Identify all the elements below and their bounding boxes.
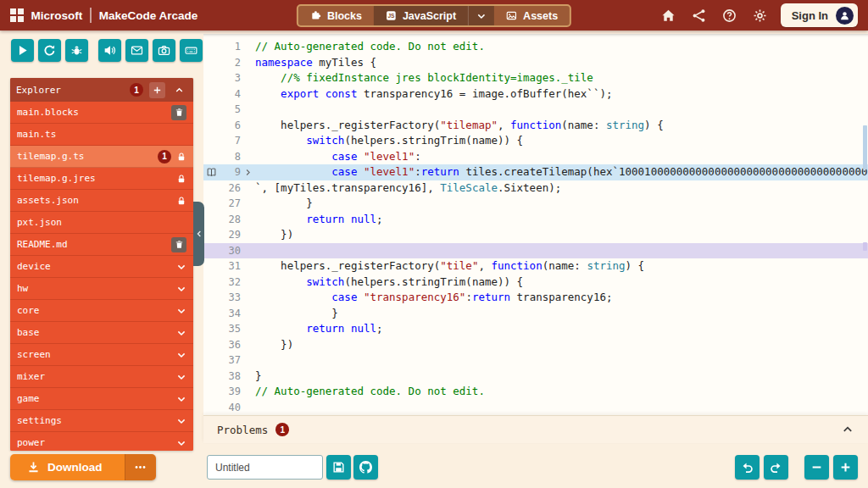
folder-item-settings[interactable]: settings (10, 410, 193, 432)
save-icon (332, 461, 345, 474)
code-line-4[interactable]: 4 export const transparency16 = image.of… (203, 86, 868, 103)
chevron-down-icon (176, 350, 186, 360)
share-button[interactable] (691, 7, 708, 24)
glyph-margin (203, 196, 219, 212)
file-item-assets.json[interactable]: assets.json (10, 190, 193, 212)
fold-margin (241, 337, 255, 353)
code-line-38[interactable]: 38} (203, 369, 868, 385)
code-line-27[interactable]: 27 } (203, 196, 868, 212)
blocks-tab[interactable]: Blocks (298, 6, 374, 25)
sign-in-button[interactable]: Sign In (781, 3, 858, 27)
language-dropdown[interactable] (468, 6, 494, 25)
fold-margin (241, 400, 255, 416)
explorer-header[interactable]: Explorer 1 (10, 78, 193, 102)
code-line-7[interactable]: 7 switch(helpers.stringTrim(name)) { (203, 133, 868, 149)
folder-item-core[interactable]: core (10, 300, 193, 322)
code-line-2[interactable]: 2namespace myTiles { (203, 55, 868, 71)
file-item-main.blocks[interactable]: main.blocks (10, 102, 193, 124)
code-text: return null; (255, 321, 868, 337)
line-number: 2 (219, 55, 241, 71)
code-text: helpers._registerFactory("tile", functio… (255, 258, 868, 274)
collapse-sidebar-handle[interactable] (193, 202, 204, 266)
folder-item-mixer[interactable]: mixer (10, 366, 193, 388)
file-item-tilemap.g.ts[interactable]: tilemap.g.ts1 (10, 146, 193, 168)
delete-file-button[interactable] (171, 237, 186, 252)
code-line-31[interactable]: 31 helpers._registerFactory("tile", func… (203, 258, 868, 274)
code-line-39[interactable]: 39// Auto-generated code. Do not edit. (203, 384, 868, 400)
code-line-3[interactable]: 3 //% fixedInstance jres blockIdentity=i… (203, 70, 868, 86)
code-line-28[interactable]: 28 return null; (203, 212, 868, 228)
folder-name: base (17, 327, 171, 338)
undo-button[interactable] (735, 455, 760, 480)
help-button[interactable] (721, 7, 738, 24)
play-button[interactable] (11, 39, 34, 62)
line-number: 29 (219, 227, 241, 243)
redo-button[interactable] (764, 455, 788, 480)
code-line-5[interactable]: 5 (203, 102, 868, 118)
overview-ruler-mark (863, 125, 867, 169)
fold-collapsed-icon[interactable] (241, 164, 255, 180)
folder-item-screen[interactable]: screen (10, 344, 193, 366)
glyph-margin (203, 227, 219, 243)
code-line-6[interactable]: 6 helpers._registerFactory("tilemap", fu… (203, 118, 868, 134)
header-divider (90, 8, 92, 23)
folder-item-base[interactable]: base (10, 322, 193, 344)
delete-file-button[interactable] (171, 105, 186, 120)
line-number: 39 (219, 384, 241, 400)
debug-button[interactable] (65, 39, 88, 62)
file-item-pxt.json[interactable]: pxt.json (10, 212, 193, 234)
zoom-in-button[interactable] (833, 455, 858, 480)
add-file-button[interactable] (149, 82, 165, 98)
collapse-explorer-button[interactable] (171, 82, 187, 98)
collapse-problems-button[interactable] (841, 423, 854, 436)
glyph-margin (203, 321, 219, 337)
javascript-tab[interactable]: JS JavaScript (374, 6, 468, 25)
problems-panel[interactable]: Problems 1 (203, 415, 868, 443)
home-button[interactable] (660, 7, 677, 24)
glyph-margin (203, 290, 219, 306)
code-line-30[interactable]: 30 (203, 243, 868, 259)
keyboard-button[interactable] (180, 39, 203, 62)
code-line-37[interactable]: 37 (203, 352, 868, 369)
github-button[interactable] (353, 455, 378, 480)
save-project-button[interactable] (326, 455, 351, 480)
code-line-26[interactable]: 26`, [myTiles.transparency16], TileScale… (203, 180, 868, 197)
folder-item-power[interactable]: power (10, 432, 193, 451)
code-editor[interactable]: 1// Auto-generated code. Do not edit.2na… (203, 34, 868, 415)
restart-button[interactable] (38, 39, 61, 62)
code-line-40[interactable]: 40 (203, 400, 868, 416)
fold-margin (241, 290, 255, 306)
file-item-tilemap.g.jres[interactable]: tilemap.g.jres (10, 168, 193, 190)
folder-item-game[interactable]: game (10, 388, 193, 410)
folder-item-hw[interactable]: hw (10, 278, 193, 300)
microsoft-brand: Microsoft (31, 9, 83, 22)
chevron-up-icon (842, 424, 854, 435)
tilemap-glyph-icon[interactable] (203, 164, 219, 180)
download-options-button[interactable] (125, 454, 156, 480)
mail-button[interactable] (125, 39, 148, 62)
file-item-README.md[interactable]: README.md (10, 234, 193, 256)
glyph-margin (203, 149, 219, 165)
download-button[interactable]: Download (10, 454, 125, 480)
file-name: tilemap.g.ts (17, 151, 153, 162)
code-line-36[interactable]: 36 }) (203, 337, 868, 353)
settings-button[interactable] (752, 7, 769, 24)
folder-item-device[interactable]: device (10, 256, 193, 278)
code-line-1[interactable]: 1// Auto-generated code. Do not edit. (203, 39, 868, 55)
fold-margin (241, 55, 255, 71)
code-line-8[interactable]: 8 case "level1": (203, 149, 868, 165)
code-line-35[interactable]: 35 return null; (203, 321, 868, 337)
file-item-main.ts[interactable]: main.ts (10, 124, 193, 146)
code-line-29[interactable]: 29 }) (203, 227, 868, 243)
sound-button[interactable] (98, 39, 121, 62)
file-name: assets.json (17, 195, 171, 206)
screenshot-button[interactable] (153, 39, 175, 62)
zoom-out-button[interactable] (804, 455, 829, 480)
code-line-34[interactable]: 34 } (203, 306, 868, 322)
assets-tab[interactable]: Assets (494, 6, 570, 25)
javascript-tab-label: JavaScript (403, 10, 456, 22)
project-name-input[interactable] (207, 455, 323, 480)
code-line-9[interactable]: 9 case "level1":return tiles.createTilem… (203, 164, 868, 180)
code-line-33[interactable]: 33 case "transparency16":return transpar… (203, 290, 868, 306)
code-line-32[interactable]: 32 switch(helpers.stringTrim(name)) { (203, 274, 868, 291)
